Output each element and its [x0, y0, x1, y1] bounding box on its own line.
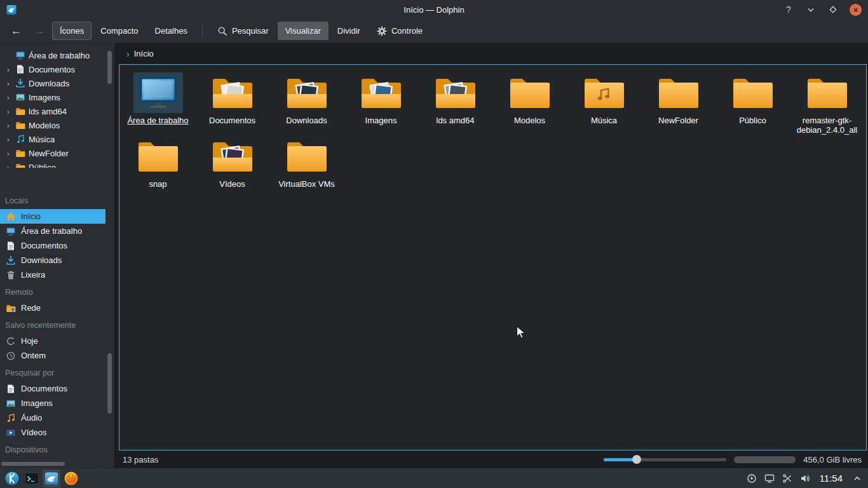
back-button[interactable]: ←	[5, 24, 27, 39]
breadcrumb-root[interactable]: Início	[134, 49, 154, 58]
file-item-label: remaster-gtk-debian_2.4.0_all	[792, 116, 863, 135]
display-tray-icon[interactable]	[764, 473, 775, 484]
places-scrollbar[interactable]	[107, 353, 112, 414]
file-item-documentos[interactable]: Documentos	[195, 72, 269, 135]
tree-item-documentos[interactable]: ›Documentos	[0, 62, 114, 76]
file-item-newfolder[interactable]: NewFolder	[641, 72, 715, 135]
control-menu-button[interactable]: Controle	[369, 22, 430, 41]
window-titlebar[interactable]: Início — Dolphin ? ×	[0, 0, 868, 19]
place-item-videos[interactable]: Vídeos	[0, 425, 105, 440]
help-button[interactable]: ?	[783, 4, 794, 15]
place-item-inicio[interactable]: Início	[0, 209, 105, 224]
tree-item-area-de-trabalho[interactable]: Área de trabalho	[0, 48, 114, 62]
expand-arrow-icon[interactable]: ›	[4, 93, 12, 102]
tree-item-label: Modelos	[29, 121, 60, 130]
search-label: Pesquisar	[232, 26, 269, 36]
place-item-label: Início	[21, 212, 41, 221]
place-item-downloads[interactable]: Downloads	[0, 253, 105, 268]
file-item-remaster-gtk-debian-2-4-0-all[interactable]: remaster-gtk-debian_2.4.0_all	[790, 72, 864, 135]
audio-icon	[6, 413, 16, 423]
place-item-lixeira[interactable]: Lixeira	[0, 268, 105, 282]
place-item-label: Documentos	[21, 241, 67, 250]
expand-arrow-icon[interactable]: ›	[4, 163, 12, 168]
expand-arrow-icon[interactable]: ›	[4, 107, 12, 116]
clock[interactable]: 11:54	[820, 473, 843, 484]
monitor-icon	[6, 226, 16, 236]
expand-arrow-icon[interactable]: ›	[4, 65, 12, 74]
place-item-documentos[interactable]: Documentos	[0, 381, 105, 396]
split-button[interactable]: Dividir	[330, 22, 368, 40]
zoom-slider-handle[interactable]	[632, 455, 641, 464]
file-item-imagens[interactable]: Imagens	[344, 72, 418, 135]
breadcrumb[interactable]: › Início	[119, 43, 868, 64]
place-item-hoje[interactable]: Hoje	[0, 334, 105, 348]
tree-item-musica[interactable]: ›Música	[0, 132, 114, 146]
file-item-label: snap	[149, 179, 166, 189]
folder-icon	[282, 136, 332, 177]
expand-arrow-icon[interactable]: ›	[4, 135, 12, 144]
file-item-videos[interactable]: Vídeos	[195, 136, 269, 189]
desktop-icon	[133, 72, 183, 113]
volume-tray-icon[interactable]	[800, 473, 811, 484]
place-item-label: Vídeos	[21, 428, 46, 437]
tree-item-publico[interactable]: ›Público	[0, 160, 114, 168]
folder-icon	[15, 106, 25, 116]
tree-item-label: Downloads	[29, 79, 69, 88]
content-column: › Início Área de trabalhoDocumentosDownl…	[119, 43, 868, 468]
file-item-snap[interactable]: snap	[121, 136, 195, 189]
place-item-rede[interactable]: Rede	[0, 301, 105, 315]
file-item-lds-amd64[interactable]: lds amd64	[418, 72, 492, 135]
places-sidebar: Área de trabalho›Documentos›Downloads›Im…	[0, 43, 114, 468]
sidebar-horizontal-scrollbar[interactable]	[1, 462, 65, 466]
place-item-documentos[interactable]: Documentos	[0, 238, 105, 253]
file-item-downloads[interactable]: Downloads	[269, 72, 344, 135]
app-launcher-icon[interactable]	[3, 470, 21, 487]
terminal-icon[interactable]	[23, 470, 41, 487]
firefox-icon[interactable]	[62, 470, 80, 487]
panel-splitter[interactable]	[114, 43, 119, 468]
image-icon	[15, 92, 25, 102]
expand-arrow-icon[interactable]: ›	[4, 121, 12, 130]
place-item-area-de-trabalho[interactable]: Área de trabalho	[0, 224, 105, 238]
tree-item-imagens[interactable]: ›Imagens	[0, 90, 114, 104]
tree-item-downloads[interactable]: ›Downloads	[0, 76, 114, 90]
view-mode-icons-button[interactable]: Ícones	[52, 22, 92, 40]
gear-icon	[377, 26, 387, 36]
place-item-ontem[interactable]: Ontem	[0, 348, 105, 363]
dolphin-task-icon[interactable]	[43, 470, 60, 487]
close-button[interactable]: ×	[850, 4, 862, 16]
expand-arrow-icon[interactable]: ›	[4, 79, 12, 88]
file-item-label: VirtualBox VMs	[278, 179, 335, 189]
updates-tray-icon[interactable]	[747, 473, 757, 484]
place-item-audio[interactable]: Áudio	[0, 410, 105, 425]
preview-toggle-button[interactable]: Visualizar	[278, 22, 329, 40]
tree-item-newfolder[interactable]: ›NewFolder	[0, 146, 114, 160]
view-mode-details-button[interactable]: Detalhes	[147, 22, 195, 40]
panel-expand-icon[interactable]	[851, 473, 862, 484]
folders-tree-scrollbar[interactable]	[107, 51, 112, 84]
zoom-slider[interactable]	[604, 454, 726, 464]
view-mode-compact-button[interactable]: Compacto	[93, 22, 146, 40]
file-item-modelos[interactable]: Modelos	[492, 72, 567, 135]
maximize-button[interactable]	[827, 4, 839, 15]
file-item-label: Downloads	[286, 116, 327, 125]
download-icon	[15, 78, 25, 88]
minimize-button[interactable]	[805, 4, 817, 15]
place-item-imagens[interactable]: Imagens	[0, 396, 105, 410]
forward-button[interactable]: →	[29, 24, 51, 39]
file-item-area-de-trabalho[interactable]: Área de trabalho	[121, 72, 195, 135]
expand-arrow-icon[interactable]: ›	[4, 149, 12, 158]
file-item-virtualbox-vms[interactable]: VirtualBox VMs	[269, 136, 344, 189]
tree-item-lds-amd64[interactable]: ›lds amd64	[0, 104, 114, 118]
folder-icon	[803, 72, 852, 113]
tree-item-modelos[interactable]: ›Modelos	[0, 118, 114, 132]
tree-item-label: Música	[29, 135, 55, 144]
tree-item-label: Público	[29, 163, 56, 168]
file-item-musica[interactable]: Música	[567, 72, 641, 135]
file-item-publico[interactable]: Público	[715, 72, 790, 135]
folder-grid[interactable]: Área de trabalhoDocumentosDownloadsImage…	[119, 64, 867, 451]
clipboard-scissors-tray-icon[interactable]	[782, 473, 793, 484]
file-item-label: Vídeos	[219, 179, 245, 189]
search-button[interactable]: Pesquisar	[210, 22, 276, 41]
tree-item-label: lds amd64	[29, 107, 67, 116]
